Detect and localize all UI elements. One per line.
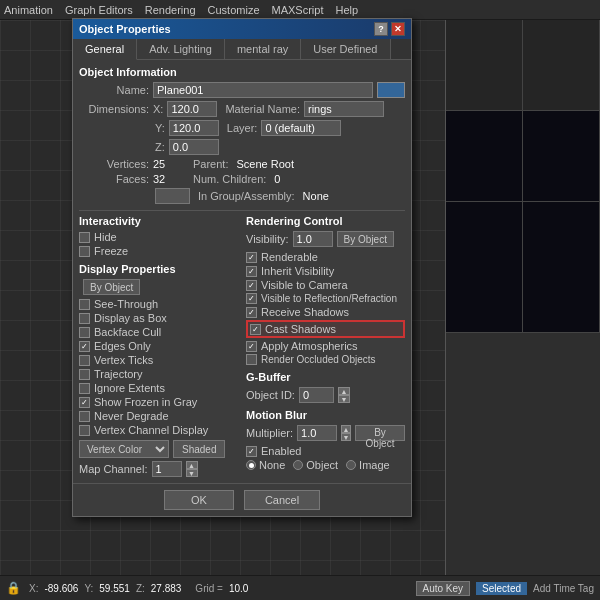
z-coord-value: 27.883 <box>151 583 182 594</box>
menu-animation[interactable]: Animation <box>4 4 53 16</box>
add-time-tag-label[interactable]: Add Time Tag <box>533 583 594 594</box>
tab-mental-ray[interactable]: mental ray <box>225 39 301 59</box>
ignore-extents-checkbox[interactable] <box>79 383 90 394</box>
z-coord-label: Z: <box>136 583 145 594</box>
mult-spin-down[interactable]: ▼ <box>341 433 351 441</box>
blur-type-row: None Object Image <box>246 459 405 471</box>
auto-key-button[interactable]: Auto Key <box>416 581 471 596</box>
name-label: Name: <box>79 84 149 96</box>
see-through-checkbox[interactable] <box>79 299 90 310</box>
object-id-spin-down[interactable]: ▼ <box>338 395 350 403</box>
panel-cell-tl <box>446 20 523 110</box>
map-spin-down[interactable]: ▼ <box>186 469 198 477</box>
multiplier-input[interactable] <box>297 425 337 441</box>
visible-to-reflection-checkbox[interactable] <box>246 293 257 304</box>
material-name-input[interactable] <box>304 101 384 117</box>
cancel-button[interactable]: Cancel <box>244 490 320 510</box>
multiplier-spinner[interactable]: ▲ ▼ <box>341 425 351 441</box>
tab-adv-lighting[interactable]: Adv. Lighting <box>137 39 225 59</box>
x-input[interactable] <box>167 101 217 117</box>
inherit-visibility-checkbox[interactable] <box>246 266 257 277</box>
vertex-channel-checkbox[interactable] <box>79 425 90 436</box>
enabled-label: Enabled <box>261 445 301 457</box>
vertex-ticks-label: Vertex Ticks <box>94 354 153 366</box>
visible-to-reflection-label: Visible to Reflection/Refraction <box>261 293 397 304</box>
edges-only-checkbox[interactable] <box>79 341 90 352</box>
freeze-checkbox[interactable] <box>79 246 90 257</box>
name-row: Name: <box>79 82 405 98</box>
mult-spin-up[interactable]: ▲ <box>341 425 351 433</box>
map-channel-input[interactable] <box>152 461 182 477</box>
object-info-title: Object Information <box>79 66 405 78</box>
cast-shadows-checkbox[interactable] <box>250 324 261 335</box>
vertex-ticks-checkbox[interactable] <box>79 355 90 366</box>
layer-label: Layer: <box>227 122 258 134</box>
vertices-value: 25 <box>153 158 183 170</box>
layer-input[interactable] <box>261 120 341 136</box>
menu-bar: Animation Graph Editors Rendering Custom… <box>0 0 600 20</box>
z-label: Z: <box>155 141 165 153</box>
menu-maxscript[interactable]: MAXScript <box>272 4 324 16</box>
backface-cull-checkbox[interactable] <box>79 327 90 338</box>
enabled-checkbox[interactable] <box>246 446 257 457</box>
trajectory-checkbox[interactable] <box>79 369 90 380</box>
y-input[interactable] <box>169 120 219 136</box>
show-frozen-checkbox[interactable] <box>79 397 90 408</box>
help-button[interactable]: ? <box>374 22 388 36</box>
display-as-box-checkbox[interactable] <box>79 313 90 324</box>
edges-only-label: Edges Only <box>94 340 151 352</box>
menu-help[interactable]: Help <box>336 4 359 16</box>
display-by-object-button[interactable]: By Object <box>83 279 140 295</box>
group-input[interactable] <box>155 188 190 204</box>
freeze-label: Freeze <box>94 245 128 257</box>
parent-value: Scene Root <box>236 158 293 170</box>
ok-button[interactable]: OK <box>164 490 234 510</box>
tab-general[interactable]: General <box>73 39 137 60</box>
render-occluded-checkbox[interactable] <box>246 354 257 365</box>
none-radio[interactable] <box>246 460 256 470</box>
panel-cell-bl <box>446 202 523 332</box>
right-column: Rendering Control Visibility: By Object … <box>246 215 405 477</box>
vertex-color-dropdown[interactable]: Vertex Color <box>79 440 169 458</box>
object-info-section: Object Information Name: Dimensions: X: … <box>79 66 405 204</box>
right-panel <box>445 20 600 575</box>
visible-to-camera-checkbox[interactable] <box>246 280 257 291</box>
receive-shadows-row: Receive Shadows <box>246 306 405 318</box>
object-radio[interactable] <box>293 460 303 470</box>
color-swatch[interactable] <box>377 82 405 98</box>
trajectory-label: Trajectory <box>94 368 143 380</box>
never-degrade-checkbox[interactable] <box>79 411 90 422</box>
menu-rendering[interactable]: Rendering <box>145 4 196 16</box>
visibility-row: Visibility: By Object <box>246 231 405 247</box>
map-spin-up[interactable]: ▲ <box>186 461 198 469</box>
object-id-spinner[interactable]: ▲ ▼ <box>338 387 350 403</box>
object-id-spin-up[interactable]: ▲ <box>338 387 350 395</box>
ignore-extents-row: Ignore Extents <box>79 382 238 394</box>
name-input[interactable] <box>153 82 373 98</box>
visibility-input[interactable] <box>293 231 333 247</box>
map-channel-spinner[interactable]: ▲ ▼ <box>186 461 198 477</box>
tab-user-defined[interactable]: User Defined <box>301 39 390 59</box>
menu-customize[interactable]: Customize <box>208 4 260 16</box>
image-label: Image <box>359 459 390 471</box>
vertices-row: Vertices: 25 Parent: Scene Root <box>79 158 405 170</box>
object-id-input[interactable] <box>299 387 334 403</box>
receive-shadows-checkbox[interactable] <box>246 307 257 318</box>
rendering-title: Rendering Control <box>246 215 405 227</box>
hide-checkbox[interactable] <box>79 232 90 243</box>
panel-cell-br <box>523 202 600 332</box>
faces-row: Faces: 32 Num. Children: 0 <box>79 173 405 185</box>
panel-cell-ml <box>446 111 523 201</box>
see-through-row: See-Through <box>79 298 238 310</box>
visibility-by-object-button[interactable]: By Object <box>337 231 394 247</box>
map-channel-label: Map Channel: <box>79 463 148 475</box>
menu-graph-editors[interactable]: Graph Editors <box>65 4 133 16</box>
motion-blur-by-object-button[interactable]: By Object <box>355 425 405 441</box>
image-radio[interactable] <box>346 460 356 470</box>
material-name-label: Material Name: <box>225 103 300 115</box>
renderable-checkbox[interactable] <box>246 252 257 263</box>
close-button[interactable]: ✕ <box>391 22 405 36</box>
shaded-button[interactable]: Shaded <box>173 440 225 458</box>
apply-atmospherics-checkbox[interactable] <box>246 341 257 352</box>
z-input[interactable] <box>169 139 219 155</box>
